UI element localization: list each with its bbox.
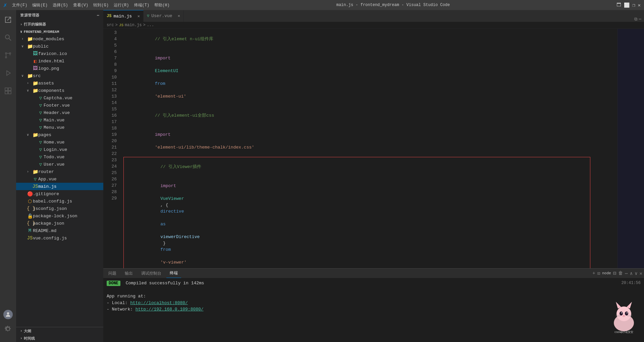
tree-item-captcha[interactable]: ▽ Captcha.vue	[16, 94, 103, 102]
breadcrumb-symbol[interactable]: ...	[147, 23, 154, 27]
settings-icon[interactable]	[0, 321, 16, 337]
tree-item-app-vue[interactable]: ▽ App.vue	[16, 175, 103, 183]
window-title: main.js - frontend_mydream - Visual Stud…	[170, 3, 616, 7]
minimize-btn[interactable]: 🗖	[616, 2, 621, 8]
menu-run[interactable]: 运行(R)	[114, 2, 129, 8]
chevron-down-icon: ∨	[20, 30, 22, 34]
menu-edit[interactable]: 编辑(E)	[32, 2, 48, 8]
activity-debug[interactable]	[0, 65, 16, 81]
terminal-tab-terminal[interactable]: 终端	[166, 269, 181, 278]
breadcrumb-src[interactable]: src	[107, 23, 114, 27]
activity-bottom	[0, 310, 16, 339]
tree-item-main-vue[interactable]: ▽ Main.vue	[16, 116, 103, 124]
tree-item-user-vue[interactable]: ▽ User.vue	[16, 161, 103, 168]
user-avatar[interactable]	[3, 310, 13, 319]
tree-item-babel[interactable]: ⬡ babel.config.js	[16, 197, 103, 205]
tab-close-user-vue[interactable]: ✕	[178, 13, 180, 18]
tree-item-package-json[interactable]: { } package.json	[16, 220, 103, 227]
close-btn[interactable]: ✕	[638, 2, 641, 8]
tree-item-header[interactable]: ▽ Header.vue	[16, 109, 103, 116]
tree-item-home[interactable]: ▽ Home.vue	[16, 138, 103, 146]
toggle-panel-icon[interactable]: ⊟	[613, 270, 616, 277]
terminal-content[interactable]: DONE Compiled successfully in 142ms 20:4…	[103, 278, 644, 342]
code-content[interactable]: // 引入elemet n-ui组件库 import ElementUI fro…	[120, 29, 617, 268]
tree-item-package-lock[interactable]: 🔒 package-lock.json	[16, 212, 103, 220]
timeline-section[interactable]: ›时间线	[16, 335, 103, 342]
tree-item-pages[interactable]: ∨ 📁 pages	[16, 131, 103, 138]
new-file-icon[interactable]: ⋯	[97, 13, 99, 17]
trash-icon[interactable]: 🗑	[618, 271, 623, 276]
tree-item-main-js[interactable]: JS main.js	[16, 183, 103, 190]
tab-user-vue[interactable]: ▽ User.vue ✕	[144, 10, 184, 22]
window-controls: 🗖 ⬜ ❐ ✕	[616, 2, 641, 8]
tree-item-vue-config[interactable]: JS vue.config.js	[16, 234, 103, 242]
close-panel-icon[interactable]: ✕	[640, 271, 642, 276]
terminal-local-url[interactable]: http://localhost:8080/	[130, 300, 188, 305]
terminal-tab-problems[interactable]: 问题	[105, 269, 120, 278]
tree-item-index-html[interactable]: ◧ index.html	[16, 57, 103, 65]
menu-terminal[interactable]: 终端(T)	[134, 2, 150, 8]
tree-item-public[interactable]: ∨ 📁 public	[16, 43, 103, 50]
open-editors-section[interactable]: › 打开的编辑器	[16, 20, 103, 28]
outline-section[interactable]: ›大纲	[16, 327, 103, 335]
tree-item-components[interactable]: ∨ 📁 components	[16, 87, 103, 94]
terminal-network-url[interactable]: http://192.168.0.109:8080/	[136, 307, 204, 312]
tree-item-assets[interactable]: › 📁 assets	[16, 79, 103, 87]
tree-item-router[interactable]: › 📁 router	[16, 168, 103, 175]
tree-item-node-modules[interactable]: › 📁 node_modules	[16, 35, 103, 43]
tree-item-gitignore[interactable]: 🔴 .gitignore	[16, 190, 103, 197]
menu-help[interactable]: 帮助(H)	[154, 2, 170, 8]
terminal-tab-output[interactable]: 输出	[121, 269, 136, 278]
breadcrumb: src > JS main.js > ...	[103, 22, 644, 29]
restore-btn[interactable]: ⬜	[624, 2, 630, 8]
tree-item-logo-png[interactable]: 🖼 logo.png	[16, 65, 103, 72]
new-terminal-icon[interactable]: +	[592, 271, 595, 276]
terminal-local-line: - Local: http://localhost:8080/	[107, 300, 641, 306]
tree-item-jsconfig[interactable]: { } jsconfig.json	[16, 205, 103, 212]
svg-rect-7	[8, 88, 11, 91]
sidebar-title: 资源管理器	[20, 13, 40, 18]
done-badge: DONE	[107, 281, 120, 286]
terminal-tabs: 问题 输出 调试控制台 终端 + ⊡ node ⊟ 🗑 ⋯ ∧ ∨ ✕	[103, 269, 644, 278]
panel-up-icon[interactable]: ∧	[630, 271, 633, 276]
tab-main-js[interactable]: JS main.js ✕	[103, 10, 144, 22]
terminal-tab-debug[interactable]: 调试控制台	[138, 269, 165, 278]
main-layout: 资源管理器 ⋯ › 打开的编辑器 ∨ FRONTEND_MYDREAM › 📁 …	[0, 10, 644, 342]
tree-item-readme[interactable]: M README.md	[16, 227, 103, 234]
project-section[interactable]: ∨ FRONTEND_MYDREAM	[16, 28, 103, 35]
split-editor-icon[interactable]: ⧉	[634, 17, 637, 22]
sidebar-header: 资源管理器 ⋯	[16, 10, 103, 20]
activity-explorer[interactable]	[0, 12, 16, 28]
title-bar: ✗ 文件(F) 编辑(E) 选择(S) 查看(V) 转到(G) 运行(R) 终端…	[0, 0, 644, 10]
tree-item-favicon[interactable]: 🖼 favicon.ico	[16, 50, 103, 57]
code-line-8: import VueViewer , { directive as viewer…	[124, 176, 590, 268]
tree-item-login[interactable]: ▽ Login.vue	[16, 146, 103, 153]
split-terminal-icon[interactable]: ⊡	[597, 271, 600, 276]
menu-select[interactable]: 选择(S)	[53, 2, 68, 8]
tree-item-src[interactable]: ∨ 📁 src	[16, 72, 103, 79]
breadcrumb-sep1: >	[115, 23, 118, 27]
code-line-7: // 引入Viewer插件	[124, 157, 590, 176]
terminal-app-line: App running at:	[107, 293, 641, 300]
tree-item-menu-vue[interactable]: ▽ Menu.vue	[16, 124, 103, 131]
editor-area: JS main.js ✕ ▽ User.vue ✕ ⧉ ⋯ src > JS m…	[103, 10, 644, 342]
activity-search[interactable]	[0, 30, 16, 46]
tab-close-main-js[interactable]: ✕	[138, 14, 140, 19]
menu-file[interactable]: 文件(F)	[12, 2, 28, 8]
code-line-4: import ElementUI from 'element-ui'	[123, 49, 617, 106]
activity-git[interactable]	[0, 47, 16, 63]
code-editor: 3 4 5 6 7 8 9 10 11 12 13 14 15 16 17 18	[103, 29, 644, 268]
minimap	[617, 29, 644, 268]
terminal-more-icon[interactable]: ⋯	[625, 271, 628, 276]
panel-down-icon[interactable]: ∨	[635, 271, 637, 276]
title-bar-menu: 文件(F) 编辑(E) 选择(S) 查看(V) 转到(G) 运行(R) 终端(T…	[12, 2, 170, 8]
vscode-icon: ✗	[3, 1, 7, 9]
more-tab-actions-icon[interactable]: ⋯	[639, 16, 641, 22]
activity-extensions[interactable]	[0, 83, 16, 99]
breadcrumb-file[interactable]: main.js	[125, 23, 142, 27]
tree-item-footer[interactable]: ▽ Footer.vue	[16, 102, 103, 109]
maximize-btn[interactable]: ❐	[632, 2, 635, 8]
menu-goto[interactable]: 转到(G)	[93, 2, 109, 8]
menu-view[interactable]: 查看(V)	[73, 2, 89, 8]
tree-item-todo[interactable]: ▽ Todo.vue	[16, 153, 103, 161]
